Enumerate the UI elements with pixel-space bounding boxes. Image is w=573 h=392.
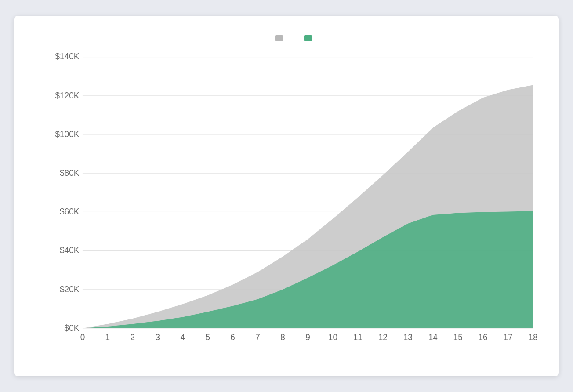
svg-text:1: 1 <box>105 333 110 342</box>
half-value-swatch <box>304 35 312 41</box>
svg-text:10: 10 <box>328 333 337 342</box>
svg-text:11: 11 <box>353 333 363 342</box>
svg-text:$100K: $100K <box>55 130 79 139</box>
svg-text:$0K: $0K <box>65 323 80 333</box>
full-tuition-swatch <box>275 35 283 41</box>
svg-text:4: 4 <box>180 333 185 342</box>
svg-text:3: 3 <box>155 333 160 342</box>
svg-text:$140K: $140K <box>55 52 79 61</box>
svg-text:$40K: $40K <box>60 246 79 255</box>
chart-area: 0123456789101112131415161718$0K$20K$40K$… <box>49 48 541 350</box>
legend <box>49 35 541 41</box>
svg-text:16: 16 <box>479 333 488 342</box>
svg-text:8: 8 <box>280 333 285 342</box>
svg-text:14: 14 <box>428 333 438 342</box>
svg-text:18: 18 <box>528 333 537 342</box>
chart-container: 0123456789101112131415161718$0K$20K$40K$… <box>14 16 559 376</box>
legend-item-full-tuition <box>275 35 286 41</box>
svg-text:15: 15 <box>453 333 463 342</box>
svg-text:2: 2 <box>131 333 135 342</box>
svg-text:$20K: $20K <box>60 284 79 294</box>
svg-text:5: 5 <box>205 333 210 342</box>
svg-text:$120K: $120K <box>55 91 79 100</box>
svg-text:7: 7 <box>255 333 260 342</box>
chart-svg: 0123456789101112131415161718$0K$20K$40K$… <box>49 48 541 350</box>
svg-text:6: 6 <box>230 333 235 342</box>
svg-text:$60K: $60K <box>60 207 79 216</box>
svg-text:0: 0 <box>80 333 85 342</box>
svg-text:12: 12 <box>378 333 388 342</box>
svg-text:9: 9 <box>305 333 310 342</box>
svg-text:$80K: $80K <box>60 168 79 178</box>
legend-item-half-value <box>304 35 316 41</box>
svg-text:17: 17 <box>504 333 513 342</box>
svg-text:13: 13 <box>403 333 413 342</box>
